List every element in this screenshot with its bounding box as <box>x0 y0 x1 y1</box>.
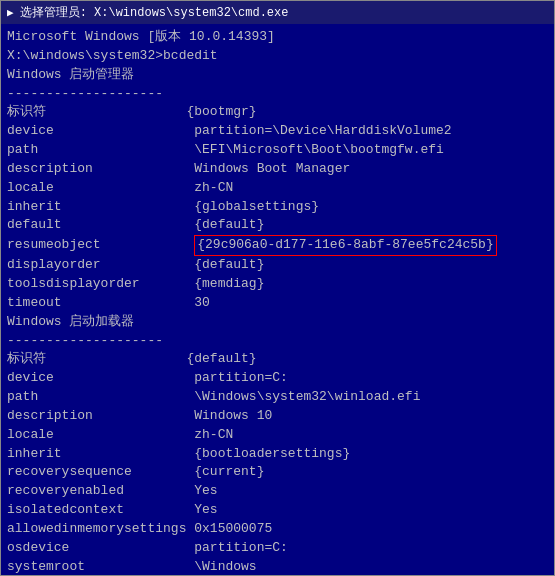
console-line: Windows 启动加载器 <box>7 313 548 332</box>
highlighted-line: resumeobject {29c906a0-d177-11e6-8abf-87… <box>7 235 548 256</box>
console-line: default {default} <box>7 216 548 235</box>
window-title: 选择管理员: X:\windows\system32\cmd.exe <box>20 4 289 21</box>
console-line: description Windows 10 <box>7 407 548 426</box>
console-line: -------------------- <box>7 85 548 104</box>
console-line: allowedinmemorysettings 0x15000075 <box>7 520 548 539</box>
console-line: systemroot \Windows <box>7 558 548 575</box>
console-line: recoverysequence {current} <box>7 463 548 482</box>
console-line: inherit {globalsettings} <box>7 198 548 217</box>
console-line: Windows 启动管理器 <box>7 66 548 85</box>
cmd-window: ▶ 选择管理员: X:\windows\system32\cmd.exe Mic… <box>0 0 555 576</box>
console-line: path \EFI\Microsoft\Boot\bootmgfw.efi <box>7 141 548 160</box>
highlight-value: {29c906a0-d177-11e6-8abf-87ee5fc24c5b} <box>194 235 496 256</box>
console-line: device partition=\Device\HarddiskVolume2 <box>7 122 548 141</box>
console-line: displayorder {default} <box>7 256 548 275</box>
console-line: X:\windows\system32>bcdedit <box>7 47 548 66</box>
console-line: 标识符 {default} <box>7 350 548 369</box>
console-line: description Windows Boot Manager <box>7 160 548 179</box>
title-bar: ▶ 选择管理员: X:\windows\system32\cmd.exe <box>1 1 554 24</box>
console-line: toolsdisplayorder {memdiag} <box>7 275 548 294</box>
console-line: inherit {bootloadersettings} <box>7 445 548 464</box>
console-line: recoveryenabled Yes <box>7 482 548 501</box>
console-line: isolatedcontext Yes <box>7 501 548 520</box>
console-line: device partition=C: <box>7 369 548 388</box>
console-line: 标识符 {bootmgr} <box>7 103 548 122</box>
console-line: osdevice partition=C: <box>7 539 548 558</box>
console-line: locale zh-CN <box>7 179 548 198</box>
cmd-icon: ▶ <box>7 6 14 19</box>
console-line: -------------------- <box>7 332 548 351</box>
console-line: timeout 30 <box>7 294 548 313</box>
highlight-key: resumeobject <box>7 237 194 252</box>
console-area[interactable]: Microsoft Windows [版本 10.0.14393]X:\wind… <box>1 24 554 575</box>
console-line: path \Windows\system32\winload.efi <box>7 388 548 407</box>
console-line: Microsoft Windows [版本 10.0.14393] <box>7 28 548 47</box>
console-line: locale zh-CN <box>7 426 548 445</box>
